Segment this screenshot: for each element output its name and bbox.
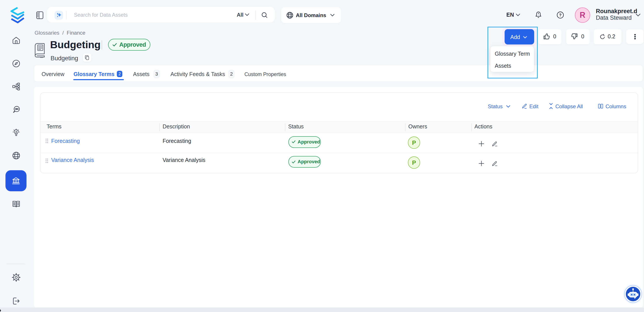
svg-text:?: ? (559, 13, 562, 17)
